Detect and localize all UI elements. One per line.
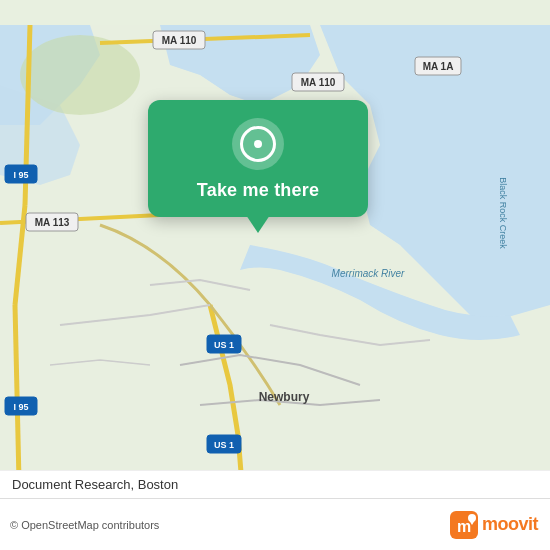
svg-text:MA 113: MA 113 [35, 217, 70, 228]
svg-point-1 [20, 35, 140, 115]
svg-text:I 95: I 95 [13, 402, 28, 412]
svg-text:US 1: US 1 [214, 440, 234, 450]
take-me-there-button[interactable]: Take me there [197, 180, 319, 201]
location-icon-wrap [232, 118, 284, 170]
svg-text:Newbury: Newbury [259, 390, 310, 404]
moovit-brand-icon: m [450, 511, 478, 539]
location-icon-inner [240, 126, 276, 162]
bottom-info-bar: Document Research, Boston [0, 470, 550, 498]
svg-text:I 95: I 95 [13, 170, 28, 180]
svg-text:MA 110: MA 110 [162, 35, 197, 46]
bottom-bar: © OpenStreetMap contributors m moovit [0, 498, 550, 550]
svg-text:US 1: US 1 [214, 340, 234, 350]
map-container: MA 110 MA 110 MA 1A MA 113 I 95 I 95 US … [0, 0, 550, 550]
attribution-text: © OpenStreetMap contributors [10, 519, 159, 531]
svg-text:Black Rock Creek: Black Rock Creek [498, 177, 508, 249]
location-label: Document Research, Boston [12, 477, 178, 492]
svg-text:MA 110: MA 110 [301, 77, 336, 88]
moovit-brand-name: moovit [482, 514, 538, 535]
svg-text:MA 1A: MA 1A [423, 61, 454, 72]
svg-text:Merrimack River: Merrimack River [332, 268, 405, 279]
moovit-logo: m moovit [450, 511, 538, 539]
popup-card[interactable]: Take me there [148, 100, 368, 217]
location-dot [254, 140, 262, 148]
map-background: MA 110 MA 110 MA 1A MA 113 I 95 I 95 US … [0, 0, 550, 550]
